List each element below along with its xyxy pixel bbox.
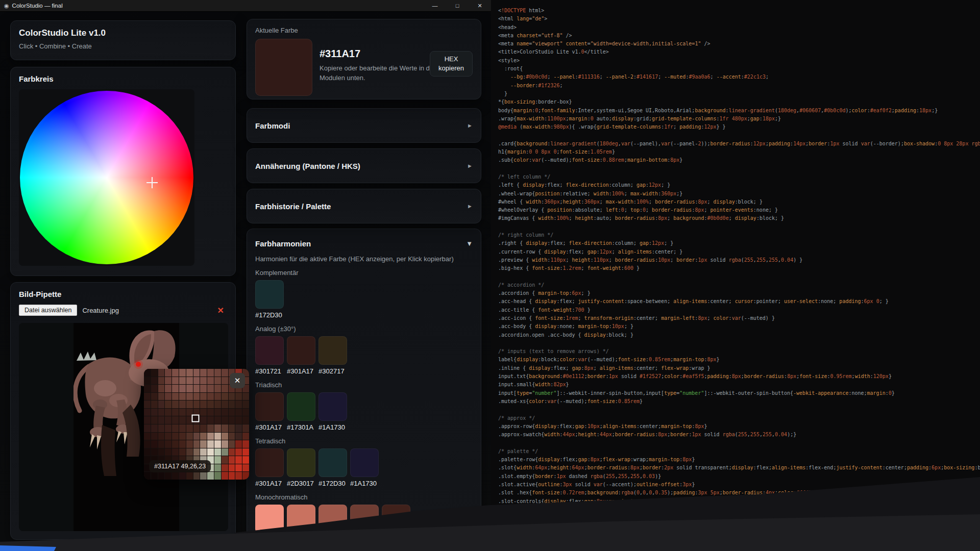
- pixel-cell[interactable]: [179, 409, 186, 416]
- pixel-cell[interactable]: [193, 369, 200, 377]
- pixel-cell[interactable]: [165, 416, 172, 424]
- pixel-cell[interactable]: [214, 416, 221, 424]
- pixel-cell[interactable]: [158, 393, 165, 400]
- copy-hex-button[interactable]: HEX kopieren: [430, 51, 473, 77]
- pixel-cell[interactable]: [165, 433, 172, 440]
- pixel-cell[interactable]: [214, 400, 221, 408]
- pixel-cell[interactable]: [179, 440, 186, 448]
- pixel-cell[interactable]: [144, 393, 151, 400]
- pixel-cell[interactable]: [144, 400, 151, 408]
- pixel-cell[interactable]: [144, 433, 151, 440]
- pixel-cell[interactable]: [200, 400, 207, 408]
- pixel-cell[interactable]: [200, 369, 207, 377]
- pixel-cell[interactable]: [207, 400, 214, 408]
- pixel-cell[interactable]: [214, 424, 221, 432]
- pixel-cell[interactable]: [144, 448, 151, 456]
- pixel-cell[interactable]: [207, 448, 214, 456]
- pixel-cell[interactable]: [207, 416, 214, 424]
- pixel-cell[interactable]: [200, 377, 207, 385]
- clear-image-icon[interactable]: ✕: [217, 306, 224, 315]
- pixel-cell[interactable]: [165, 448, 172, 456]
- pixel-cell[interactable]: [193, 393, 200, 400]
- pixel-cell[interactable]: [193, 400, 200, 408]
- pixel-cell[interactable]: [214, 385, 221, 392]
- pixel-cell[interactable]: [242, 409, 249, 416]
- pixel-cell[interactable]: [186, 448, 193, 456]
- file-select-button[interactable]: Datei auswählen: [19, 305, 77, 316]
- pixel-cell[interactable]: [222, 440, 228, 448]
- pixel-cell[interactable]: [222, 472, 228, 480]
- pixel-cell[interactable]: [158, 433, 165, 440]
- pixel-cell[interactable]: [242, 416, 249, 424]
- pixel-cell[interactable]: [144, 377, 151, 385]
- pixel-cell[interactable]: [222, 409, 228, 416]
- pixel-cell[interactable]: [242, 464, 249, 472]
- pixel-cell[interactable]: [235, 409, 242, 416]
- pixel-cell[interactable]: [172, 433, 179, 440]
- pixel-cell[interactable]: [179, 424, 186, 432]
- pixel-cell[interactable]: [193, 377, 200, 385]
- pixel-cell[interactable]: [151, 393, 158, 400]
- pixel-cell[interactable]: [229, 456, 235, 464]
- pixel-cell[interactable]: [222, 416, 228, 424]
- pixel-cell[interactable]: [172, 385, 179, 392]
- pixel-cell[interactable]: [235, 393, 242, 400]
- harmony-swatch[interactable]: [255, 505, 284, 533]
- pixel-cell[interactable]: [207, 377, 214, 385]
- pixel-cell[interactable]: [214, 409, 221, 416]
- pixel-cell[interactable]: [158, 385, 165, 392]
- pixel-cell[interactable]: [200, 409, 207, 416]
- pixel-cell[interactable]: [242, 424, 249, 432]
- pixel-cell[interactable]: [242, 400, 249, 408]
- pixel-cell[interactable]: [207, 433, 214, 440]
- harmony-swatch[interactable]: [255, 336, 284, 365]
- pixel-cell[interactable]: [165, 424, 172, 432]
- pixel-cell[interactable]: [193, 448, 200, 456]
- pixel-cell[interactable]: [235, 440, 242, 448]
- pixel-magnifier-popup[interactable]: ✕ #311A17 49,26,23: [144, 369, 249, 480]
- pixel-cell[interactable]: [158, 409, 165, 416]
- pixel-cell[interactable]: [214, 377, 221, 385]
- pixel-cell[interactable]: [229, 440, 235, 448]
- pixel-cell[interactable]: [158, 377, 165, 385]
- harmony-swatch-hex[interactable]: #301A17: [255, 423, 283, 431]
- harmony-swatch[interactable]: [255, 448, 284, 477]
- pixel-cell[interactable]: [179, 448, 186, 456]
- harmony-swatch-hex[interactable]: #F67A62: [255, 536, 283, 543]
- harmony-swatch[interactable]: [350, 448, 379, 477]
- pixel-cell[interactable]: [158, 448, 165, 456]
- pixel-cell[interactable]: [165, 369, 172, 377]
- pixel-cell[interactable]: [172, 400, 179, 408]
- pixel-cell[interactable]: [229, 400, 235, 408]
- pixel-cell[interactable]: [172, 424, 179, 432]
- harmony-swatch[interactable]: [318, 392, 347, 421]
- harmony-swatch-hex[interactable]: #2D3017: [287, 480, 314, 487]
- pixel-cell[interactable]: [158, 369, 165, 377]
- pixel-cell[interactable]: [214, 456, 221, 464]
- pixel-cell[interactable]: [222, 424, 228, 432]
- pixel-cell[interactable]: [179, 377, 186, 385]
- pixel-cell[interactable]: [144, 416, 151, 424]
- pixel-cell[interactable]: [214, 472, 221, 480]
- pixel-cell[interactable]: [158, 400, 165, 408]
- pixel-cell[interactable]: [235, 424, 242, 432]
- pixel-cell[interactable]: [222, 377, 228, 385]
- pixel-cell[interactable]: [242, 440, 249, 448]
- pixel-cell[interactable]: [179, 416, 186, 424]
- harmony-swatch[interactable]: [255, 392, 284, 421]
- pixel-cell[interactable]: [186, 440, 193, 448]
- pixel-cell[interactable]: [144, 369, 151, 377]
- accordion-farbhistorie-palette[interactable]: Farbhistorie / Palette►: [247, 189, 481, 223]
- pixel-cell[interactable]: [242, 433, 249, 440]
- harmony-swatch-hex[interactable]: #1A1730: [350, 480, 378, 487]
- pixel-cell[interactable]: [165, 393, 172, 400]
- pixel-cell[interactable]: [200, 416, 207, 424]
- maximize-button[interactable]: □: [446, 3, 469, 9]
- harmony-swatch-hex[interactable]: #302717: [318, 367, 346, 375]
- pixel-cell[interactable]: [200, 424, 207, 432]
- harmony-swatch[interactable]: [382, 505, 410, 533]
- pixel-cell[interactable]: [172, 440, 179, 448]
- harmony-swatch-hex[interactable]: #301721: [255, 367, 283, 375]
- pixel-cell[interactable]: [165, 400, 172, 408]
- harmony-swatch[interactable]: [287, 448, 315, 477]
